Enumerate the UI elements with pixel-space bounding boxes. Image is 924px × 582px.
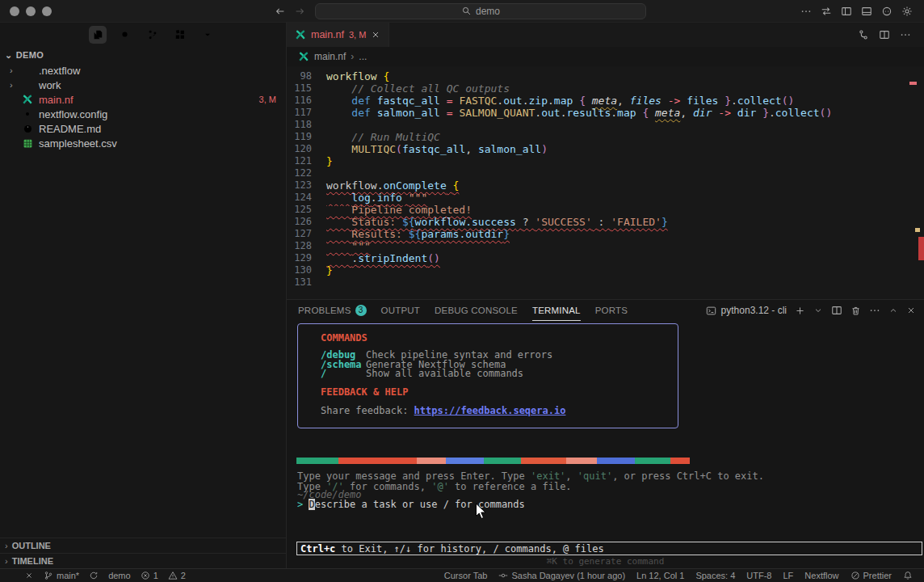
status-notifications[interactable] — [903, 571, 913, 580]
code-line[interactable]: 122 — [287, 167, 924, 179]
extensions-icon[interactable] — [171, 26, 189, 44]
terminal-content[interactable]: COMMANDS /debugCheck pipeline syntax and… — [287, 321, 924, 568]
code-line[interactable]: 129 .stripIndent() — [287, 252, 924, 264]
code-line[interactable]: 117 def salmon_all = SALMON_QUANT.out.re… — [287, 107, 924, 119]
panel-tab-label: Debug Console — [435, 306, 518, 315]
code-line[interactable]: 116 def fastqc_all = FASTQC.out.zip.map … — [287, 95, 924, 107]
panel-tab-problems[interactable]: Problems3 — [298, 300, 367, 321]
chevron-up-icon[interactable] — [888, 305, 898, 316]
layout-panel-icon[interactable] — [861, 6, 872, 17]
tree-item-samplesheet-csv[interactable]: samplesheet.csv — [0, 136, 286, 150]
maximize-window-button[interactable] — [42, 6, 52, 16]
status-branch[interactable]: main* — [44, 571, 79, 580]
terminal-input-text: escribe a task or use / for commands — [315, 499, 525, 510]
copilot-icon[interactable] — [881, 6, 892, 17]
status-language[interactable]: Nextflow — [804, 571, 838, 580]
tree-item--nextflow[interactable]: ›.nextflow — [0, 63, 286, 78]
tree-item-main-nf[interactable]: main.nf3, M — [0, 92, 286, 107]
command-center-search[interactable]: demo — [315, 3, 646, 19]
status-label: 2 — [181, 571, 186, 580]
status-cursor-position[interactable]: Ln 12, Col 1 — [636, 571, 684, 580]
panel-tab-output[interactable]: Output — [381, 300, 420, 321]
timeline-section[interactable]: › TIMELINE — [0, 553, 286, 568]
code-line[interactable]: 115 // Collect all QC outputs — [287, 82, 924, 95]
minimize-window-button[interactable] — [26, 6, 36, 16]
code-line[interactable]: 121} — [287, 155, 924, 167]
git-graph-icon[interactable] — [858, 29, 869, 40]
chevron-right-icon: › — [10, 80, 21, 90]
back-icon[interactable] — [275, 6, 286, 17]
color-segment — [635, 458, 670, 464]
source-control-icon[interactable] — [144, 26, 162, 44]
files-icon[interactable] — [89, 26, 107, 44]
layout-sidebar-icon[interactable] — [841, 6, 852, 17]
bottom-panel: Problems3OutputDebug ConsoleTerminalPort… — [287, 299, 924, 568]
file-status-badge: 3, M — [259, 95, 276, 104]
tree-item-README-md[interactable]: README.md — [0, 121, 286, 136]
activity-bar — [0, 23, 286, 47]
code-line[interactable]: 119 // Run MultiQC — [287, 131, 924, 143]
split-editor-icon[interactable] — [831, 305, 842, 316]
status-encoding[interactable]: UTF-8 — [746, 571, 771, 580]
chevron-right-icon: › — [5, 541, 8, 550]
code-line[interactable]: 98workflow { — [287, 70, 924, 82]
panel-tab-ports[interactable]: Ports — [595, 300, 628, 321]
slash-circle-icon — [850, 571, 860, 580]
plus-icon[interactable] — [795, 305, 805, 316]
panel-actions: python3.12 - cli — [706, 305, 916, 316]
code-line[interactable]: 126 Status: ${workflow.success ? 'SUCCES… — [287, 216, 924, 228]
ellipsis-icon[interactable] — [869, 305, 880, 316]
status-indentation[interactable]: Spaces: 4 — [695, 571, 735, 580]
ellipsis-icon[interactable] — [900, 29, 911, 40]
split-editor-icon[interactable] — [879, 29, 890, 40]
code-line[interactable]: 128 """ — [287, 240, 924, 252]
code-line[interactable]: 124 log.info """ — [287, 192, 924, 204]
gear-icon[interactable] — [901, 6, 913, 17]
close-window-button[interactable] — [10, 6, 19, 16]
status-warnings[interactable]: 2 — [168, 571, 186, 580]
code-line[interactable]: 123workflow.onComplete { — [287, 179, 924, 192]
status-remote[interactable] — [24, 571, 34, 580]
status-repo[interactable]: demo — [108, 571, 131, 580]
chevron-down-icon[interactable] — [199, 26, 216, 44]
trash-icon[interactable] — [850, 305, 861, 316]
code-line[interactable]: 130} — [287, 264, 924, 276]
tab-main-nf[interactable]: main.nf 3, M — [287, 23, 389, 47]
status-sync[interactable] — [89, 571, 99, 580]
terminal-prompt-line[interactable]: > Describe a task or use / for commands — [297, 499, 525, 510]
feedback-link[interactable]: https://feedback.seqera.io — [414, 405, 566, 416]
status-label: demo — [108, 571, 131, 580]
outline-section[interactable]: › OUTLINE — [0, 538, 286, 553]
panel-tab-terminal[interactable]: Terminal — [532, 300, 581, 321]
status-cursor-tab[interactable]: Cursor Tab — [444, 571, 488, 580]
status-eol[interactable]: LF — [783, 571, 794, 580]
tree-item-nextflow-config[interactable]: nextflow.config — [0, 107, 286, 121]
status-prettier[interactable]: Prettier — [850, 571, 892, 580]
explorer-section-header[interactable]: ⌄ DEMO — [0, 47, 286, 63]
close-icon[interactable] — [906, 305, 916, 316]
code-line[interactable]: 118 — [287, 119, 924, 131]
code-text: log.info """ — [312, 192, 427, 204]
code-line[interactable]: 120 MULTIQC(fastqc_all, salmon_all) — [287, 143, 924, 155]
panel-tab-debug-console[interactable]: Debug Console — [435, 300, 518, 321]
line-number: 130 — [287, 264, 312, 276]
close-tab-icon[interactable] — [371, 30, 380, 40]
status-blame[interactable]: Sasha Dagayev (1 hour ago) — [498, 571, 625, 580]
sync-icon[interactable] — [821, 6, 832, 17]
code-line[interactable]: 125 Pipeline completed! — [287, 204, 924, 216]
breadcrumb[interactable]: main.nf › ... — [287, 47, 924, 66]
code-line[interactable]: 131 — [287, 276, 924, 289]
search-icon[interactable] — [116, 26, 134, 44]
ellipsis-icon[interactable] — [800, 6, 812, 17]
terminal-input-bar[interactable]: Ctrl+c to Exit, ↑/↓ for history, / comma… — [296, 542, 922, 555]
status-errors[interactable]: 1 — [141, 571, 158, 580]
forward-icon[interactable] — [294, 6, 305, 17]
code-editor[interactable]: 98workflow {115 // Collect all QC output… — [287, 66, 924, 299]
mouse-cursor — [475, 503, 488, 521]
code-line[interactable]: 127 Results: ${params.outdir} — [287, 228, 924, 240]
code-text: MULTIQC(fastqc_all, salmon_all) — [312, 143, 548, 155]
terminal-instance[interactable]: python3.12 - cli — [706, 305, 787, 316]
sidebar-bottom-sections: › OUTLINE › TIMELINE — [0, 538, 286, 568]
chevron-down-icon[interactable] — [813, 305, 823, 316]
tree-item-work[interactable]: ›work — [0, 78, 286, 92]
